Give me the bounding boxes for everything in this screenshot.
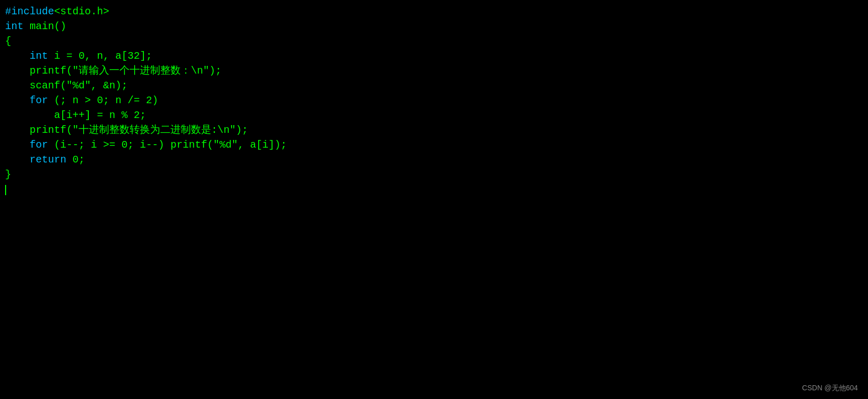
code-token: for: [30, 139, 48, 151]
code-token: (; n > 0; n /= 2): [48, 95, 158, 106]
code-line: #include<stdio.h>: [5, 4, 863, 19]
code-token: for: [30, 95, 48, 106]
code-content: #include<stdio.h>int main(){ int i = 0, …: [5, 4, 863, 197]
code-line: scanf("%d", &n);: [5, 78, 863, 93]
code-token: {: [5, 35, 11, 47]
code-line: printf("请输入一个十进制整数：\n");: [5, 63, 863, 78]
code-line: [5, 182, 863, 197]
code-token: <stdio.h>: [54, 6, 109, 17]
code-line: }: [5, 167, 863, 182]
code-token: i = 0, n, a[32];: [48, 50, 152, 62]
code-token: printf("十进制整数转换为二进制数是:\n");: [5, 124, 248, 136]
code-token: #include: [5, 6, 54, 17]
code-token: [5, 50, 30, 62]
code-line: for (i--; i >= 0; i--) printf("%d", a[i]…: [5, 137, 863, 152]
code-line: printf("十进制整数转换为二进制数是:\n");: [5, 123, 863, 137]
code-line: a[i++] = n % 2;: [5, 108, 863, 123]
watermark: CSDN @无他604: [802, 384, 858, 393]
code-token: return: [30, 154, 66, 166]
code-editor: #include<stdio.h>int main(){ int i = 0, …: [0, 0, 868, 399]
code-line: int main(): [5, 19, 863, 34]
code-line: {: [5, 34, 863, 49]
code-line: return 0;: [5, 152, 863, 167]
code-token: a[i++] = n % 2;: [5, 109, 146, 121]
code-token: printf("请输入一个十进制整数：\n");: [5, 65, 221, 77]
code-token: int: [5, 20, 23, 32]
code-token: (i--; i >= 0; i--) printf("%d", a[i]);: [48, 139, 287, 151]
code-line: for (; n > 0; n /= 2): [5, 93, 863, 108]
code-line: int i = 0, n, a[32];: [5, 49, 863, 63]
code-token: }: [5, 169, 11, 180]
code-token: scanf("%d", &n);: [5, 80, 128, 91]
code-token: [5, 95, 30, 106]
code-token: [5, 154, 30, 166]
code-token: 0;: [66, 154, 85, 166]
code-token: [5, 139, 30, 151]
code-token: int: [30, 50, 48, 62]
code-token: main(): [23, 20, 66, 32]
